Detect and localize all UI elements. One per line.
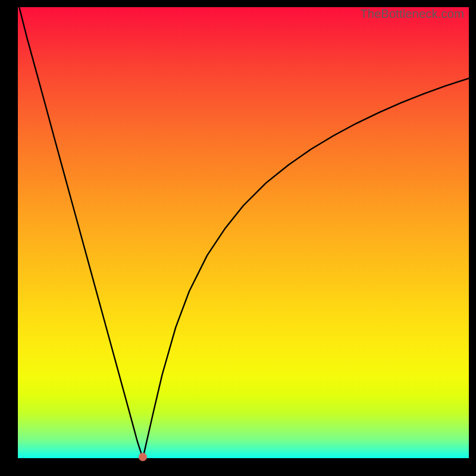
min-point-marker — [139, 453, 147, 461]
bottleneck-curve — [19, 7, 469, 458]
plot-area: TheBottleneck.com — [18, 7, 469, 458]
chart-frame: TheBottleneck.com — [0, 0, 476, 476]
curve-svg — [18, 7, 469, 458]
watermark-text: TheBottleneck.com — [360, 7, 464, 21]
